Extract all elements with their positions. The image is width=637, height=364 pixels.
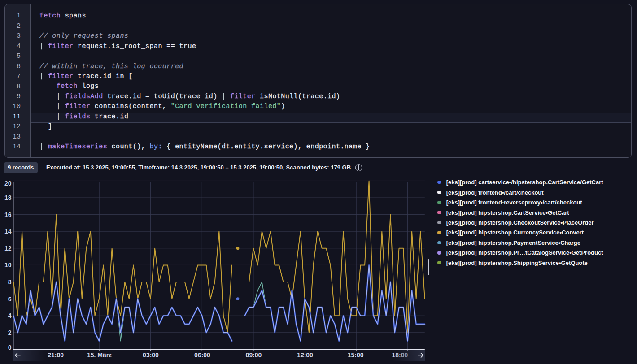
svg-text:03:00: 03:00 bbox=[143, 351, 159, 359]
svg-text:21:00: 21:00 bbox=[48, 351, 64, 359]
svg-text:0: 0 bbox=[8, 344, 12, 351]
svg-text:15:00: 15:00 bbox=[348, 351, 364, 359]
svg-text:06:00: 06:00 bbox=[194, 351, 210, 359]
svg-text:18: 18 bbox=[4, 194, 12, 201]
svg-text:15. März: 15. März bbox=[87, 351, 112, 359]
svg-text:4: 4 bbox=[8, 312, 12, 319]
svg-text:14: 14 bbox=[4, 228, 12, 235]
svg-text:12:00: 12:00 bbox=[297, 351, 313, 359]
svg-text:2: 2 bbox=[8, 329, 12, 336]
svg-text:10: 10 bbox=[4, 261, 12, 269]
svg-text:16: 16 bbox=[4, 211, 12, 218]
svg-text:09:00: 09:00 bbox=[246, 351, 262, 359]
svg-text:20: 20 bbox=[4, 180, 12, 187]
svg-text:12: 12 bbox=[4, 245, 12, 252]
svg-text:8: 8 bbox=[8, 278, 12, 286]
svg-text:6: 6 bbox=[8, 295, 12, 303]
